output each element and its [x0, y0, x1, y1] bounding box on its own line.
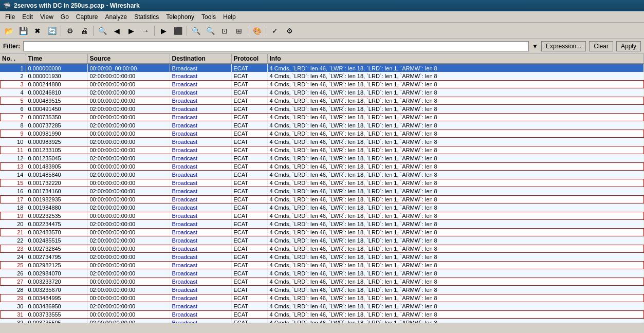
menu-item-go[interactable]: Go	[58, 12, 72, 22]
capture-options-button[interactable]: ⚙	[63, 25, 77, 37]
menu-item-edit[interactable]: Edit	[19, 12, 36, 22]
table-row[interactable]: 80.00073728502:00:00:00:00:00BroadcastEC…	[0, 121, 644, 130]
table-row[interactable]: 270.00323372000:00:00:00:00:00BroadcastE…	[0, 278, 644, 286]
cell-destination: Broadcast	[170, 154, 231, 162]
table-row[interactable]: 90.00098199000:00:00:00:00:00BroadcastEC…	[0, 130, 644, 138]
cell-info: 4 Cmds, `LRD`: len 46, `LWR`: len 18, `L…	[267, 269, 644, 278]
table-row[interactable]: 260.00298407002:00:00:00:00:00BroadcastE…	[0, 269, 644, 278]
table-row[interactable]: 170.00198293500:00:00:00:00:00BroadcastE…	[0, 195, 644, 203]
packet-list[interactable]: No. . Time Source Destination Protocol I…	[0, 53, 644, 323]
save-button[interactable]: 💾	[16, 25, 30, 37]
cell-time: 0.000489515	[26, 97, 87, 105]
table-row[interactable]: 210.00248357000:00:00:00:00:00BroadcastE…	[0, 228, 644, 236]
cell-no: 14	[0, 171, 26, 179]
filter-input[interactable]	[23, 41, 529, 51]
resize-button[interactable]: ⊞	[232, 25, 246, 37]
menu-item-statistics[interactable]: Statistics	[131, 12, 162, 22]
table-row[interactable]: 200.00223447502:00:00:00:00:00BroadcastE…	[0, 220, 644, 228]
zoom-in-button[interactable]: 🔍	[189, 25, 203, 37]
expression-button[interactable]: Expression...	[541, 41, 586, 51]
menu-item-analyze[interactable]: Analyze	[102, 12, 131, 22]
cell-destination: Broadcast	[170, 310, 231, 319]
packet-table: No. . Time Source Destination Protocol I…	[0, 54, 644, 323]
cell-time: 0.003733555	[26, 310, 87, 319]
table-row[interactable]: 30.00024488000:00:00:00:00:00BroadcastEC…	[0, 80, 644, 88]
cell-no: 19	[0, 212, 26, 220]
clear-button[interactable]: Clear	[589, 41, 613, 51]
table-row[interactable]: 20.00000193002:00:00:00:00:00BroadcastEC…	[0, 72, 644, 80]
table-row[interactable]: 110.00123310500:00:00:00:00:00BroadcastE…	[0, 146, 644, 154]
next-button[interactable]: ▶	[124, 25, 138, 37]
cell-destination: Broadcast	[170, 278, 231, 286]
cell-source: 00:00:00:00:00:00	[87, 278, 170, 286]
cell-source: 00:00:00:00:00:00	[87, 245, 170, 253]
cell-source: 00:00:00_00:00:00	[87, 64, 170, 72]
settings-button[interactable]: ⚙	[283, 25, 296, 37]
table-row[interactable]: 250.00298212500:00:00:00:00:00BroadcastE…	[0, 261, 644, 269]
stop-button[interactable]: ⬛	[171, 25, 185, 37]
table-row[interactable]: 190.00223253500:00:00:00:00:00BroadcastE…	[0, 212, 644, 220]
table-row[interactable]: 320.00373550502:00:00:00:00:00BroadcastE…	[0, 319, 644, 323]
zoom-reset-button[interactable]: ⊡	[218, 25, 231, 37]
goto-button[interactable]: →	[139, 25, 152, 37]
cell-no: 6	[0, 105, 26, 113]
table-row[interactable]: 60.00049145002:00:00:00:00:00BroadcastEC…	[0, 105, 644, 113]
table-row[interactable]: 150.00173222000:00:00:00:00:00BroadcastE…	[0, 179, 644, 187]
cell-info: 4 Cmds, `LRD`: len 46, `LWR`: len 18, `L…	[267, 286, 644, 294]
apply-button[interactable]: Apply	[616, 41, 641, 51]
cell-no: 26	[0, 269, 26, 278]
table-row[interactable]: 310.00373355500:00:00:00:00:00BroadcastE…	[0, 310, 644, 319]
cell-time: 0.000491450	[26, 105, 87, 113]
cell-time: 0.000735350	[26, 113, 87, 121]
table-row[interactable]: 220.00248551502:00:00:00:00:00BroadcastE…	[0, 236, 644, 245]
print-button[interactable]: 🖨	[78, 25, 91, 37]
table-row[interactable]: 50.00048951500:00:00:00:00:00BroadcastEC…	[0, 97, 644, 105]
color-button[interactable]: 🎨	[250, 25, 264, 37]
menu-item-capture[interactable]: Capture	[73, 12, 101, 22]
toolbar-separator	[187, 26, 187, 36]
col-header-source: Source	[87, 54, 170, 64]
cell-source: 02:00:00:00:00:00	[87, 203, 170, 212]
toolbar-separator	[154, 26, 155, 36]
table-row[interactable]: 130.00148390500:00:00:00:00:00BroadcastE…	[0, 162, 644, 171]
table-row[interactable]: 10.00000000000:00:00_00:00:00BroadcastEC…	[0, 64, 644, 72]
menu-item-view[interactable]: View	[37, 12, 57, 22]
cell-destination: Broadcast	[170, 319, 231, 323]
cell-no: 25	[0, 261, 26, 269]
cell-source: 00:00:00:00:00:00	[87, 146, 170, 154]
open-button[interactable]: 📂	[2, 25, 15, 37]
table-row[interactable]: 70.00073535000:00:00:00:00:00BroadcastEC…	[0, 113, 644, 121]
table-row[interactable]: 280.00323567002:00:00:00:00:00BroadcastE…	[0, 286, 644, 294]
table-row[interactable]: 180.00198488002:00:00:00:00:00BroadcastE…	[0, 203, 644, 212]
table-row[interactable]: 160.00173416002:00:00:00:00:00BroadcastE…	[0, 187, 644, 195]
menu-item-file[interactable]: File	[2, 12, 18, 22]
menu-item-help[interactable]: Help	[220, 12, 239, 22]
cell-time: 0.002232535	[26, 212, 87, 220]
find-button[interactable]: 🔍	[96, 25, 109, 37]
cell-no: 20	[0, 220, 26, 228]
table-row[interactable]: 240.00273479502:00:00:00:00:00BroadcastE…	[0, 253, 644, 261]
cell-protocol: ECAT	[231, 228, 267, 236]
mark-button[interactable]: ✓	[268, 25, 282, 37]
table-row[interactable]: 290.00348499500:00:00:00:00:00BroadcastE…	[0, 294, 644, 302]
cell-no: 30	[0, 302, 26, 310]
table-row[interactable]: 100.00098392502:00:00:00:00:00BroadcastE…	[0, 138, 644, 146]
reload-button[interactable]: 🔄	[45, 25, 59, 37]
prev-button[interactable]: ◀	[110, 25, 123, 37]
table-row[interactable]: 140.00148584002:00:00:00:00:00BroadcastE…	[0, 171, 644, 179]
table-row[interactable]: 120.00123504502:00:00:00:00:00BroadcastE…	[0, 154, 644, 162]
menu-item-telephony[interactable]: Telephony	[163, 12, 197, 22]
start-button[interactable]: ▶	[157, 25, 170, 37]
cell-protocol: ECAT	[231, 179, 267, 187]
cell-info: 4 Cmds, `LRD`: len 46, `LWR`: len 18, `L…	[267, 80, 644, 88]
table-row[interactable]: 300.00348695002:00:00:00:00:00BroadcastE…	[0, 302, 644, 310]
table-row[interactable]: 230.00273284500:00:00:00:00:00BroadcastE…	[0, 245, 644, 253]
zoom-out-button[interactable]: 🔍	[204, 25, 217, 37]
toolbar-separator	[93, 26, 94, 36]
table-row[interactable]: 40.00024681002:00:00:00:00:00BroadcastEC…	[0, 88, 644, 97]
close-button[interactable]: ✖	[31, 25, 44, 37]
filter-dropdown-button[interactable]: ▼	[532, 43, 538, 50]
cell-source: 00:00:00:00:00:00	[87, 179, 170, 187]
cell-destination: Broadcast	[170, 105, 231, 113]
menu-item-tools[interactable]: Tools	[198, 12, 219, 22]
